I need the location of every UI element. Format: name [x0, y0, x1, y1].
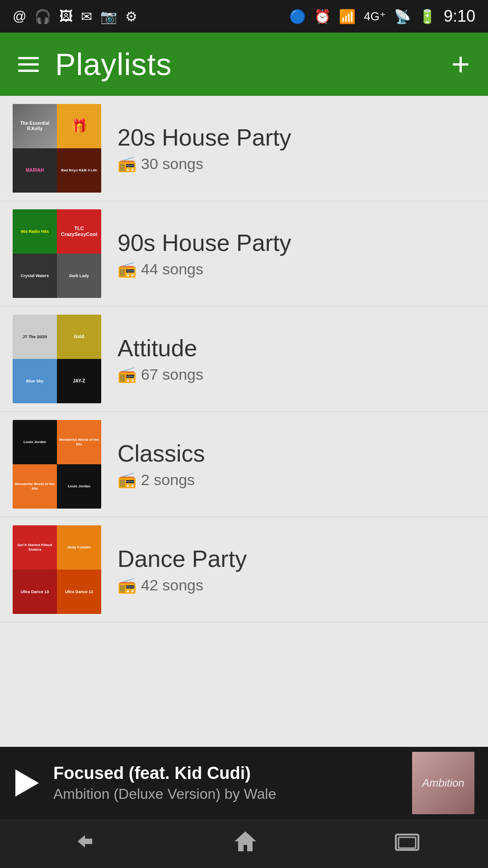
playlist-name: 90s House Party — [117, 229, 475, 256]
thumb-cell: JT The 20/20 — [13, 315, 57, 359]
hamburger-line-2 — [18, 63, 39, 66]
thumb-cell: Louis Jordan — [13, 420, 57, 464]
playlist-info: Classics 📻 2 songs — [101, 440, 475, 489]
thumb-cell: 90s Radio Hits — [13, 209, 57, 254]
thumb-cell: Bad Boys R&B 4 Life — [57, 148, 101, 193]
thumb-cell: MARIAH — [13, 148, 57, 193]
playlist-item-dance-party[interactable]: Get It Started Pitbull Shakira Nelly Fur… — [0, 517, 488, 623]
playlist-info: 90s House Party 📻 44 songs — [101, 229, 475, 278]
bottom-navigation — [0, 819, 488, 868]
now-playing-subtitle: Ambition (Deluxe Version) by Wale — [53, 786, 399, 802]
playlist-song-count: 30 songs — [141, 155, 203, 173]
playlist-song-count: 67 songs — [141, 366, 203, 383]
playlist-info: Dance Party 📻 42 songs — [101, 545, 475, 594]
settings-icon: ⚙ — [125, 9, 137, 24]
playlist-thumb-classics: Louis Jordan Wonderful World of the 60s … — [13, 420, 101, 509]
svg-rect-2 — [399, 837, 416, 848]
status-time: 9:10 — [444, 7, 475, 26]
now-playing-bar[interactable]: Focused (feat. Kid Cudi) Ambition (Delux… — [0, 747, 488, 819]
thumb-cell: Dark Lady — [57, 254, 101, 298]
back-icon — [69, 831, 96, 856]
signal-icon: 📡 — [394, 9, 411, 24]
playlist-info: 20s House Party 📻 30 songs — [101, 124, 475, 173]
recents-button[interactable] — [377, 825, 437, 863]
back-button[interactable] — [51, 824, 114, 863]
bluetooth-icon: 🔵 — [289, 9, 306, 24]
playlist-name: Classics — [117, 440, 475, 467]
playlist-song-count: 44 songs — [141, 260, 203, 278]
radio-icon: 📻 — [117, 365, 136, 383]
thumb-cell: Gold — [57, 315, 101, 359]
thumb-cell: Wonderful World of the 60s — [13, 464, 57, 509]
playlist-thumb-attitude: JT The 20/20 Gold Blue Sky JAY-Z — [13, 315, 101, 403]
status-icons-left: @ 🎧 🖼 ✉ 📷 ⚙ — [13, 9, 137, 24]
playlist-thumb-dance-party: Get It Started Pitbull Shakira Nelly Fur… — [13, 525, 101, 614]
add-playlist-button[interactable]: + — [451, 48, 470, 80]
playlist-thumb-90s: 90s Radio Hits TLC CrazySexyCool Crystal… — [13, 209, 101, 298]
hamburger-line-3 — [18, 70, 39, 72]
playlist-meta: 📻 30 songs — [117, 155, 475, 173]
radio-icon: 📻 — [117, 471, 136, 489]
thumb-cell: Ultra Dance 12 — [57, 570, 101, 614]
thumb-cell: The Essential R.Kelly — [13, 104, 57, 148]
playlist-info: Attitude 📻 67 songs — [101, 335, 475, 383]
thumb-cell: JAY-Z — [57, 359, 101, 403]
playlist-item-classics[interactable]: Louis Jordan Wonderful World of the 60s … — [0, 412, 488, 517]
playlist-item-attitude[interactable]: JT The 20/20 Gold Blue Sky JAY-Z Attitud… — [0, 307, 488, 412]
now-playing-title: Focused (feat. Kid Cudi) — [53, 764, 399, 783]
content-padding — [0, 623, 488, 749]
mail-icon: ✉ — [81, 9, 92, 24]
battery-icon: 🔋 — [419, 9, 436, 24]
recents-icon — [395, 832, 419, 856]
app-bar-left: Playlists — [18, 47, 172, 82]
album-art-text: Ambition — [418, 773, 468, 793]
playlist-meta: 📻 67 songs — [117, 365, 475, 383]
playlist-thumb-20s: The Essential R.Kelly 🎁 MARIAH Bad Boys … — [13, 104, 101, 193]
playlist-name: 20s House Party — [117, 124, 475, 151]
now-playing-album-art: Ambition — [412, 752, 474, 814]
playlist-song-count: 42 songs — [141, 576, 203, 594]
playlist-meta: 📻 42 songs — [117, 576, 475, 594]
home-icon — [234, 830, 257, 858]
playlist-name: Attitude — [117, 335, 475, 362]
status-icons-right: 🔵 ⏰ 📶 4G⁺ 📡 🔋 9:10 — [289, 7, 475, 26]
thumb-cell: Get It Started Pitbull Shakira — [13, 525, 57, 570]
instagram-icon: 📷 — [100, 9, 117, 24]
playlist-meta: 📻 2 songs — [117, 471, 475, 489]
wifi-icon: 📶 — [339, 9, 356, 24]
page-title: Playlists — [55, 47, 172, 82]
status-bar: @ 🎧 🖼 ✉ 📷 ⚙ 🔵 ⏰ 📶 4G⁺ 📡 🔋 9:10 — [0, 0, 488, 33]
thumb-cell: TLC CrazySexyCool — [57, 209, 101, 254]
playlist-item-20s-house-party[interactable]: The Essential R.Kelly 🎁 MARIAH Bad Boys … — [0, 96, 488, 201]
radio-icon: 📻 — [117, 260, 136, 278]
thumb-cell: 🎁 — [57, 104, 101, 148]
playlist-song-count: 2 songs — [141, 471, 195, 489]
now-playing-info: Focused (feat. Kid Cudi) Ambition (Delux… — [53, 764, 399, 802]
play-triangle-icon — [15, 769, 39, 797]
play-button[interactable] — [14, 769, 41, 797]
playlist-meta: 📻 44 songs — [117, 260, 475, 278]
radio-icon: 📻 — [117, 155, 136, 173]
svg-marker-0 — [235, 831, 256, 851]
app-bar: Playlists + — [0, 33, 488, 96]
thumb-cell: Wonderful World of the 60s — [57, 420, 101, 464]
clock-icon: ⏰ — [314, 9, 331, 24]
thumb-cell: Louis Jordan — [57, 464, 101, 509]
home-button[interactable] — [216, 822, 275, 865]
thumb-cell: Crystal Waters — [13, 254, 57, 298]
headphones-icon: 🎧 — [34, 9, 51, 24]
thumb-cell: Blue Sky — [13, 359, 57, 403]
hamburger-line-1 — [18, 57, 39, 59]
playlist-name: Dance Party — [117, 545, 475, 572]
image-icon: 🖼 — [59, 9, 73, 24]
playlist-list: The Essential R.Kelly 🎁 MARIAH Bad Boys … — [0, 96, 488, 623]
network-icon: 4G⁺ — [364, 9, 386, 24]
at-icon: @ — [13, 9, 26, 24]
thumb-cell: Ultra Dance 13 — [13, 570, 57, 614]
menu-button[interactable] — [18, 57, 39, 72]
thumb-cell: Nelly Furtado — [57, 525, 101, 570]
radio-icon: 📻 — [117, 576, 136, 594]
playlist-item-90s-house-party[interactable]: 90s Radio Hits TLC CrazySexyCool Crystal… — [0, 201, 488, 307]
